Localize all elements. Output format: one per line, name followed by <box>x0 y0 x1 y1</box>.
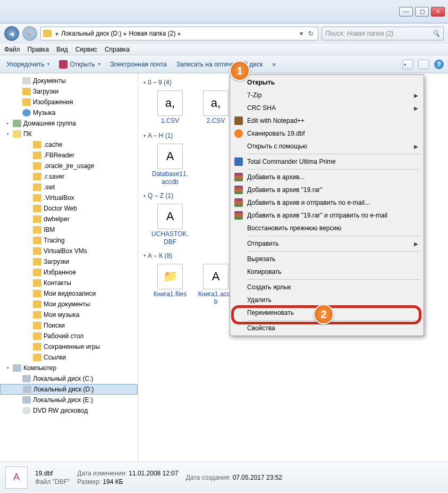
tree-item[interactable]: Моя музыка <box>0 310 138 320</box>
nav-tree[interactable]: ДокументыЗагрузкиИзображенияМузыка▸Домаш… <box>0 73 138 462</box>
tree-item[interactable]: Мои видеозаписи <box>0 288 138 299</box>
tree-item[interactable]: VirtualBox VMs <box>0 246 138 256</box>
tree-label: Избранное <box>44 269 76 276</box>
tree-item[interactable]: dwhelper <box>0 214 138 224</box>
file-icon: A <box>157 144 183 169</box>
menu-file[interactable]: Файл <box>4 46 20 53</box>
back-button[interactable]: ◄ <box>4 26 19 41</box>
tree-item[interactable]: Контакты <box>0 278 138 288</box>
tree-item[interactable]: Локальный диск (D:) <box>0 384 138 395</box>
tree-label: Мои документы <box>44 300 90 308</box>
context-menu-item[interactable]: Добавить в архив... <box>231 171 422 183</box>
breadcrumb-seg[interactable]: Локальный диск (D:) <box>61 30 122 37</box>
file-item[interactable]: AUCHASTOK.DBF <box>151 204 189 246</box>
tree-item[interactable]: Мои документы <box>0 299 138 310</box>
tree-item[interactable]: .FBReader <box>0 150 138 161</box>
search-input[interactable]: Поиск: Новая папка (2) 🔍 <box>322 27 444 40</box>
tree-item[interactable]: Tracing <box>0 235 138 246</box>
breadcrumb[interactable]: ▸ Локальный диск (D:) ▸ Новая папка (2) … <box>40 27 318 40</box>
tree-item[interactable]: .oracle_jre_usage <box>0 161 138 171</box>
menu-view[interactable]: Вид <box>56 46 68 53</box>
folder-icon <box>33 290 41 297</box>
tree-item[interactable]: Загрузки <box>0 86 138 97</box>
tree-item[interactable]: Поиски <box>0 320 138 331</box>
details-filename: 19.dbf <box>35 470 70 477</box>
tree-item[interactable]: Документы <box>0 76 138 86</box>
tree-item[interactable]: ▾ПК <box>0 129 138 139</box>
tree-item[interactable]: .swt <box>0 182 138 193</box>
submenu-arrow-icon: ▶ <box>414 93 418 98</box>
folder-icon <box>33 332 41 340</box>
tree-item[interactable]: .r.saver <box>0 171 138 182</box>
view-mode-button[interactable] <box>402 60 413 69</box>
folder-icon <box>33 300 41 308</box>
tree-item[interactable]: .cache <box>0 139 138 150</box>
breadcrumb-seg[interactable]: Новая папка (2) <box>129 30 176 37</box>
help-icon[interactable]: ? <box>434 60 444 69</box>
menu-label: Удалить <box>247 296 272 304</box>
context-menu-item[interactable]: Создать ярлык <box>231 281 422 294</box>
dropdown-icon[interactable]: ▾ <box>298 30 305 37</box>
context-menu-item[interactable]: Добавить в архив и отправить по e-mail..… <box>231 196 422 209</box>
menu-label: Восстановить прежнюю версию <box>247 224 341 232</box>
context-menu-item[interactable]: Total Commander Ultima Prime <box>231 155 422 168</box>
context-menu-item[interactable]: Добавить в архив "19.rar" и отправить по… <box>231 209 422 222</box>
tree-item[interactable]: Загрузки <box>0 256 138 267</box>
context-menu-item[interactable]: Сканировать 19.dbf <box>231 127 422 140</box>
tree-label: Doctor Web <box>44 205 77 212</box>
menu-separator <box>247 169 420 170</box>
context-menu-item[interactable]: Копировать <box>231 265 422 278</box>
tree-item[interactable]: Изображения <box>0 97 138 107</box>
tree-item[interactable]: ▾Компьютер <box>0 363 138 373</box>
context-menu-item[interactable]: Edit with Notepad++ <box>231 114 422 127</box>
tree-label: Музыка <box>33 109 55 116</box>
folder-icon <box>33 354 41 361</box>
tree-item[interactable]: IBM <box>0 224 138 235</box>
rar-icon <box>234 186 243 194</box>
rar-icon <box>234 211 243 220</box>
context-menu-item[interactable]: Открыть <box>231 76 422 89</box>
open-button[interactable]: Открыть <box>57 59 102 70</box>
tree-item[interactable]: Избранное <box>0 267 138 278</box>
preview-pane-button[interactable] <box>418 60 429 69</box>
file-item[interactable]: 📁Книга1.files <box>151 264 189 306</box>
refresh-icon[interactable]: ↻ <box>306 30 316 37</box>
menu-edit[interactable]: Правка <box>28 46 49 53</box>
tree-item[interactable]: Локальный диск (C:) <box>0 373 138 384</box>
tree-item[interactable]: .VirtualBox <box>0 193 138 203</box>
context-menu-item[interactable]: Добавить в архив "19.rar" <box>231 183 422 196</box>
context-menu-item[interactable]: CRC SHA▶ <box>231 102 422 114</box>
organize-button[interactable]: Упорядочить <box>4 60 52 69</box>
burn-button[interactable]: Записать на оптический диск <box>174 60 265 69</box>
tree-item[interactable]: Локальный диск (E:) <box>0 395 138 405</box>
forward-button[interactable]: ► <box>22 26 37 41</box>
close-button[interactable]: ✕ <box>431 7 445 16</box>
rar-icon <box>234 173 243 181</box>
more-button[interactable]: » <box>270 60 278 69</box>
context-menu-item[interactable]: Вырезать <box>231 253 422 265</box>
minimize-button[interactable]: — <box>399 7 413 16</box>
dvd-icon <box>22 407 31 414</box>
tree-item[interactable]: DVD RW дисковод <box>0 405 138 416</box>
tree-label: Рабочий стол <box>44 332 83 340</box>
context-menu-item[interactable]: 7-Zip▶ <box>231 89 422 102</box>
context-menu-item[interactable]: Отправить▶ <box>231 237 422 250</box>
context-menu-item[interactable]: Восстановить прежнюю версию <box>231 222 422 235</box>
file-item[interactable]: ADatabase11.accdb <box>151 144 189 186</box>
file-icon: a, <box>203 90 229 116</box>
tree-item[interactable]: ▸Домашняя группа <box>0 118 138 129</box>
folder-icon <box>33 141 41 148</box>
email-button[interactable]: Электронная почта <box>108 60 169 69</box>
menu-tools[interactable]: Сервис <box>75 46 97 53</box>
menu-help[interactable]: Справка <box>105 46 130 53</box>
maximize-button[interactable]: ▢ <box>415 7 429 16</box>
tree-item[interactable]: Сохраненные игры <box>0 341 138 352</box>
tree-item[interactable]: Рабочий стол <box>0 331 138 341</box>
tree-item[interactable]: Doctor Web <box>0 203 138 214</box>
tree-item[interactable]: Музыка <box>0 107 138 118</box>
context-menu[interactable]: Открыть7-Zip▶CRC SHA▶Edit with Notepad++… <box>230 74 424 336</box>
context-menu-item[interactable]: Открыть с помощью▶ <box>231 140 422 153</box>
pic-icon <box>22 98 31 106</box>
file-item[interactable]: a,1.CSV <box>151 90 189 126</box>
tree-item[interactable]: Ссылки <box>0 352 138 363</box>
